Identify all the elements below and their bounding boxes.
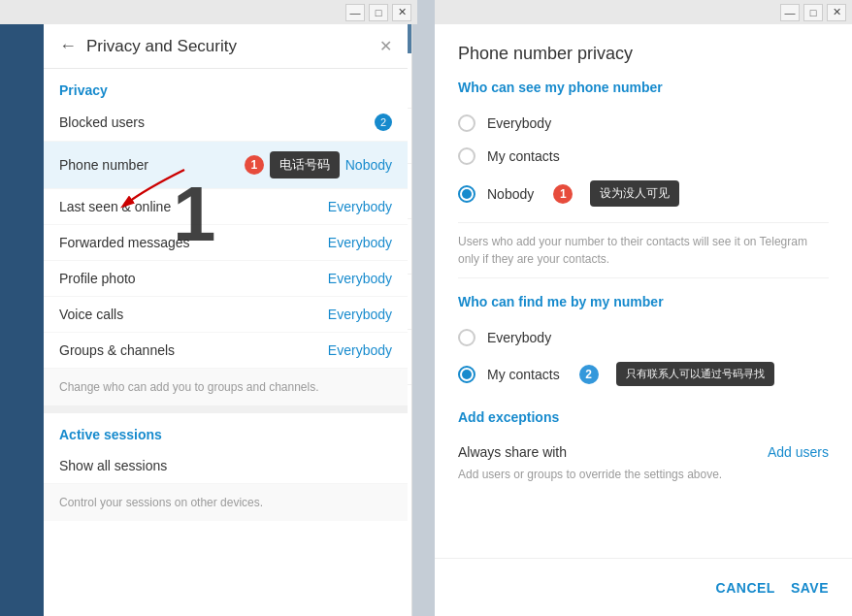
exceptions-section: Add exceptions Always share with Add use… [458, 409, 829, 481]
privacy-panel: ← Privacy and Security ✕ Privacy Blocked… [44, 24, 408, 616]
phone-number-item[interactable]: Phone number 1 电话号码 Nobody [44, 142, 408, 189]
annotation-1-dialog-badge: 1 [553, 184, 573, 204]
groups-channels-value: Everybody [328, 342, 392, 358]
radio-everybody-2-circle[interactable] [458, 329, 475, 346]
voice-calls-label: Voice calls [59, 307, 328, 322]
radio-mycontacts-2-circle[interactable] [458, 366, 475, 383]
right-minimize-button[interactable]: — [780, 4, 800, 21]
groups-hint: Change who can add you to groups and cha… [44, 369, 408, 405]
profile-photo-label: Profile photo [59, 271, 328, 286]
dialog-footer: CANCEL SAVE [435, 558, 852, 616]
radio-mycontacts-1-circle[interactable] [458, 147, 475, 165]
right-titlebar: — □ ✕ [435, 0, 852, 24]
minimize-button[interactable]: — [345, 4, 365, 21]
back-button[interactable]: ← [59, 36, 77, 56]
forwarded-messages-value: Everybody [328, 235, 392, 250]
left-titlebar: — □ ✕ [0, 0, 417, 24]
add-users-button[interactable]: Add users [768, 444, 829, 460]
radio-everybody-2[interactable]: Everybody [458, 321, 829, 354]
annotation-3-tooltip: 只有联系人可以通过号码寻找 [616, 362, 774, 386]
radio-everybody-1-label: Everybody [487, 115, 551, 131]
groups-channels-label: Groups & channels [59, 342, 328, 358]
phone-privacy-dialog: Phone number privacy Who can see my phon… [435, 24, 852, 616]
active-sessions-label: Active sessions [44, 413, 408, 448]
close-button[interactable]: ✕ [392, 4, 411, 21]
panel-divider [44, 405, 408, 413]
annotation-2-dialog-badge: 2 [579, 365, 599, 384]
radio-nobody-1[interactable]: Nobody 1 设为没人可见 [458, 173, 829, 214]
radio-nobody-1-circle[interactable] [458, 185, 475, 203]
section1-title: Who can see my phone number [458, 80, 829, 95]
dialog-content: Phone number privacy Who can see my phon… [435, 24, 852, 558]
annotation-1-badge: 1 [245, 155, 264, 175]
phone-number-label: Phone number [59, 157, 245, 173]
panel-title: Privacy and Security [86, 37, 370, 56]
last-seen-value: Everybody [328, 199, 392, 214]
save-button[interactable]: SAVE [791, 580, 829, 596]
exceptions-hint: Add users or groups to override the sett… [458, 468, 829, 481]
last-seen-item[interactable]: Last seen & online Everybody [44, 189, 408, 225]
section2-title: Who can find me by my number [458, 294, 829, 309]
radio-nobody-1-label: Nobody [487, 186, 534, 202]
annotation-2-tooltip: 设为没人可见 [590, 180, 679, 207]
radio-everybody-2-label: Everybody [487, 330, 551, 345]
privacy-section-label: Privacy [44, 69, 408, 104]
blocked-users-label: Blocked users [59, 114, 375, 130]
phone-number-value: Nobody [345, 157, 392, 173]
radio-mycontacts-2-label: My contacts [487, 367, 560, 382]
radio-everybody-1-circle[interactable] [458, 114, 475, 132]
annotation-1-tooltip: 电话号码 [270, 151, 340, 178]
show-all-sessions-item[interactable]: Show all sessions [44, 448, 408, 484]
voice-calls-value: Everybody [328, 307, 392, 322]
maximize-button[interactable]: □ [369, 4, 388, 21]
radio-mycontacts-1-label: My contacts [487, 148, 560, 164]
forwarded-messages-label: Forwarded messages [59, 235, 328, 250]
radio-mycontacts-2[interactable]: My contacts 2 只有联系人可以通过号码寻找 [458, 354, 829, 394]
radio-mycontacts-1[interactable]: My contacts [458, 140, 829, 173]
profile-photo-value: Everybody [328, 271, 392, 286]
voice-calls-item[interactable]: Voice calls Everybody [44, 297, 408, 333]
last-seen-label: Last seen & online [59, 199, 328, 214]
dialog-note: Users who add your number to their conta… [458, 222, 829, 278]
radio-everybody-1[interactable]: Everybody [458, 107, 829, 140]
panel-header: ← Privacy and Security ✕ [44, 24, 408, 69]
always-share-row: Always share with Add users [458, 437, 829, 468]
right-maximize-button[interactable]: □ [803, 4, 823, 21]
exceptions-title: Add exceptions [458, 409, 829, 425]
session-hint: Control your sessions on other devices. [44, 484, 408, 521]
profile-photo-item[interactable]: Profile photo Everybody [44, 261, 408, 297]
groups-channels-item[interactable]: Groups & channels Everybody [44, 333, 408, 369]
sidebar [0, 0, 44, 616]
panel-close-button[interactable]: ✕ [379, 37, 392, 55]
forwarded-messages-item[interactable]: Forwarded messages Everybody [44, 225, 408, 261]
right-close-button[interactable]: ✕ [827, 4, 846, 21]
cancel-button[interactable]: CANCEL [716, 580, 775, 596]
always-share-label: Always share with [458, 444, 567, 460]
dialog-title: Phone number privacy [458, 44, 829, 64]
blocked-users-item[interactable]: Blocked users 2 [44, 104, 408, 142]
blocked-users-badge: 2 [375, 113, 392, 131]
show-all-sessions-label: Show all sessions [59, 458, 392, 473]
